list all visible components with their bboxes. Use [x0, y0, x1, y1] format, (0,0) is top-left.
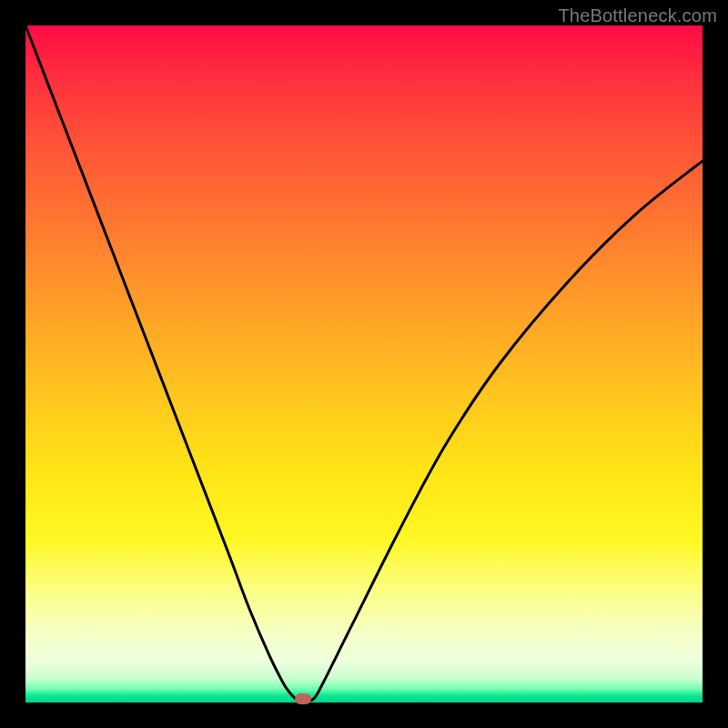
minimum-marker — [295, 693, 311, 704]
plot-area — [25, 25, 703, 703]
chart-frame: TheBottleneck.com — [0, 0, 728, 728]
bottleneck-curve — [25, 25, 703, 703]
watermark-text: TheBottleneck.com — [558, 5, 717, 26]
